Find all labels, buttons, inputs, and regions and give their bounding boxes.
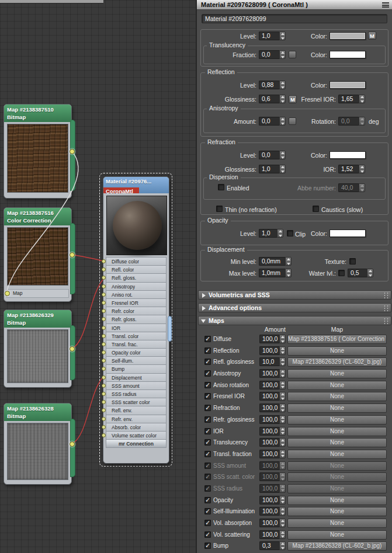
diffuse-color-swatch[interactable] [329,32,366,40]
map-enable-checkbox[interactable] [204,382,211,388]
spinner-down-icon[interactable] [359,188,365,192]
map-slot-button[interactable]: None [287,404,387,413]
map-enable-checkbox[interactable] [204,393,211,399]
material-slot-ior[interactable]: IOR [106,324,166,332]
refl-level-spinner[interactable]: 0,88 [259,81,286,89]
slot-socket-icon[interactable] [102,408,106,412]
spinner-down-icon[interactable] [280,500,285,504]
spinner-down-icon[interactable] [359,169,365,173]
map-enable-checkbox[interactable] [204,439,211,446]
spinner-arrows[interactable] [279,151,286,159]
spinner-down-icon[interactable] [280,121,285,126]
water-level-spinner[interactable]: 0,5 [348,269,373,277]
map-amount-spinner[interactable]: 100,0 [259,484,286,493]
slot-socket-icon[interactable] [102,334,106,338]
menu-icon[interactable] [382,2,389,8]
map-amount-spinner[interactable]: 100,0 [259,438,286,447]
material-slot-sss-radius[interactable]: SSS radius [106,389,166,398]
map-slot-button[interactable]: None [287,415,387,425]
min-level-spinner[interactable]: 0,0mm [259,257,292,266]
spinner-arrows[interactable] [367,269,373,277]
material-slot-aniso-rot[interactable]: Aniso rot. [106,290,166,299]
node-header[interactable]: Material #20976... CoronaMtl [103,177,169,193]
spinner-arrows[interactable] [279,472,286,481]
spinner-arrows[interactable] [279,357,286,366]
spinner-down-icon[interactable] [280,546,285,550]
output-socket-icon[interactable] [70,252,75,258]
map-slot-button[interactable]: Map #2138626328 (CL-602_b.jpg) [287,541,387,551]
spinner-down-icon[interactable] [280,477,285,481]
map-slot-button[interactable]: None [287,519,387,528]
corona-material-node[interactable]: Material #20976... CoronaMtl Diffuse col… [103,176,169,464]
map-slot-button[interactable]: None [287,461,387,471]
rollout-maps[interactable]: Maps [198,316,391,325]
slot-socket-icon[interactable] [102,350,106,354]
slot-socket-icon[interactable] [102,317,106,321]
spinner-arrows[interactable] [359,183,365,192]
map-slot-button[interactable]: None [287,530,387,540]
ior-spinner[interactable]: 1,52 [338,165,365,173]
map-amount-spinner[interactable]: 100,0 [259,392,286,401]
opacity-level-spinner[interactable]: 1,0 [259,229,283,238]
slot-socket-icon[interactable] [102,392,106,396]
slot-socket-icon[interactable] [102,384,106,388]
slot-socket-icon[interactable] [102,301,106,305]
material-slot-fresnel-ior[interactable]: Fresnel IOR [106,298,166,307]
rotation-spinner[interactable]: 0,0 [338,117,365,126]
map-enable-checkbox[interactable] [204,405,211,411]
refr-level-spinner[interactable]: 0,0 [259,151,286,159]
material-slot-refl-gloss[interactable]: Refl. gloss. [106,273,166,282]
spinner-arrows[interactable] [279,335,286,343]
abbe-spinner[interactable]: 40,0 [338,183,365,192]
spinner-arrows[interactable] [279,392,286,401]
material-name-field[interactable]: Material #2097628099 [202,14,387,23]
output-socket-icon[interactable] [70,149,75,154]
map-slot-button[interactable]: None [287,438,387,447]
map-amount-spinner[interactable]: 100,0 [259,496,286,505]
spinner-down-icon[interactable] [280,99,285,103]
slot-socket-icon[interactable] [102,433,106,437]
map-slot-button[interactable]: None [287,392,387,401]
spinner-down-icon[interactable] [280,362,285,366]
refr-color-swatch[interactable] [329,151,366,159]
spinner-arrows[interactable] [279,346,286,355]
map-amount-spinner[interactable]: 100,0 [259,404,286,412]
map-amount-spinner[interactable]: 100,0 [259,450,286,458]
material-slot-displacement[interactable]: Displacement [106,373,166,382]
texture-checkbox[interactable] [349,258,356,265]
spinner-down-icon[interactable] [280,431,285,435]
fraction-spinner[interactable]: 0,0 [259,50,286,59]
grip-icon[interactable] [383,305,389,311]
spinner-arrows[interactable] [279,165,286,173]
bitmap-node-2138387510[interactable]: Map #2138387510 Bitmap [4,104,72,199]
material-slot-mr-connection[interactable]: mr Connection [106,439,166,448]
spinner-down-icon[interactable] [280,454,285,458]
material-slot-refl-env[interactable]: Refl. env. [106,406,166,415]
spinner-down-icon[interactable] [280,85,285,89]
translucency-color-swatch[interactable] [329,51,366,58]
dispersion-enabled-checkbox[interactable] [218,184,224,190]
spinner-down-icon[interactable] [280,339,285,343]
diffuse-map-button[interactable]: M [368,32,376,40]
spinner-arrows[interactable] [285,257,292,266]
spinner-down-icon[interactable] [280,523,285,527]
map-enable-checkbox[interactable] [204,359,211,365]
spinner-down-icon[interactable] [280,374,285,378]
map-slot-button[interactable]: Map #2138626329 (CL-602_b.jpg) [287,357,387,367]
slot-socket-icon[interactable] [102,293,106,297]
slot-socket-icon[interactable] [102,367,106,371]
material-slot-volume-scatter-color[interactable]: Volume scatter color [106,431,166,440]
slot-socket-icon[interactable] [102,259,106,263]
map-slot-button[interactable]: None [287,427,387,436]
refr-gloss-spinner[interactable]: 1,0 [259,165,286,173]
spinner-down-icon[interactable] [280,443,285,447]
spinner-down-icon[interactable] [277,234,283,238]
spinner-arrows[interactable] [359,117,365,126]
map-enable-checkbox[interactable] [204,347,211,354]
wire-bitmap-to-bump[interactable] [72,377,103,444]
map-slot-button[interactable]: None [287,484,387,493]
material-slot-opacity-color[interactable]: Opacity color [106,348,166,357]
grip-icon[interactable] [383,292,389,298]
map-amount-spinner[interactable]: 100,0 [259,519,286,527]
map-amount-spinner[interactable]: 100,0 [259,346,286,355]
